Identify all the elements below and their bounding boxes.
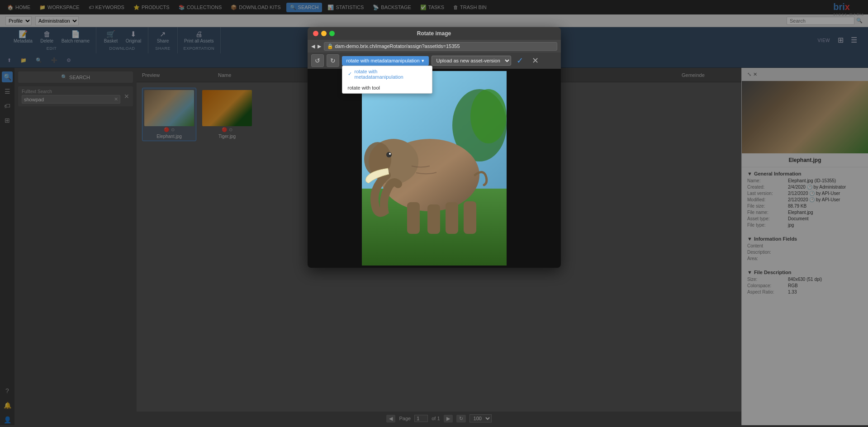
svg-point-8 bbox=[389, 153, 391, 155]
confirm-checkmark-icon: ✓ bbox=[517, 56, 523, 66]
rotate-cw-icon: ↻ bbox=[330, 57, 336, 64]
modal-lock-icon: 🔒 bbox=[327, 43, 333, 49]
modal-confirm-button[interactable]: ✓ bbox=[514, 54, 526, 67]
svg-rect-9 bbox=[407, 202, 420, 234]
rotate-tool-label: rotate with tool bbox=[348, 85, 380, 90]
modal-url-display: 🔒 dam-demo.brix.ch/imageRotator/assign?a… bbox=[324, 42, 557, 51]
svg-rect-12 bbox=[464, 201, 476, 234]
svg-rect-11 bbox=[446, 202, 458, 234]
modal-elephant-image bbox=[362, 71, 507, 266]
modal-overlay[interactable]: Rotate image ◀ ▶ 🔒 dam-demo.brix.ch/imag… bbox=[0, 0, 868, 427]
svg-point-2 bbox=[470, 89, 507, 143]
modal-minimize-traffic-light[interactable] bbox=[321, 31, 327, 36]
svg-point-7 bbox=[386, 152, 392, 157]
rotate-tool-option[interactable]: rotate with tool bbox=[342, 82, 432, 93]
modal-title-text: Rotate image bbox=[417, 30, 451, 37]
chevron-down-modal-icon: ▾ bbox=[422, 58, 424, 64]
rotate-ccw-icon: ↺ bbox=[315, 57, 320, 64]
rotate-mode-btn[interactable]: rotate with metadatamanipulation ▾ bbox=[342, 56, 429, 66]
rotate-mode-options: ✓ rotate with metadatamanipulation rotat… bbox=[342, 66, 432, 94]
modal-toolbar: ↺ ↻ rotate with metadatamanipulation ▾ ✓… bbox=[308, 52, 561, 69]
upload-version-select[interactable]: Upload as new asset-version bbox=[432, 56, 511, 66]
modal-maximize-traffic-light[interactable] bbox=[329, 31, 335, 36]
rotate-mode-dropdown[interactable]: rotate with metadatamanipulation ▾ ✓ rot… bbox=[342, 56, 429, 66]
modal-cancel-button[interactable]: ✕ bbox=[529, 54, 542, 67]
rotate-cw-button[interactable]: ↻ bbox=[327, 54, 339, 67]
rotate-meta-option[interactable]: ✓ rotate with metadatamanipulation bbox=[342, 66, 432, 82]
rotate-mode-label: rotate with metadatamanipulation bbox=[346, 58, 420, 63]
modal-url-text: dam-demo.brix.ch/imageRotator/assign?ass… bbox=[335, 43, 460, 49]
rotate-meta-label: rotate with metadatamanipulation bbox=[355, 69, 427, 80]
modal-image-container bbox=[308, 69, 561, 268]
svg-rect-10 bbox=[427, 204, 440, 234]
modal-titlebar: Rotate image bbox=[308, 27, 561, 40]
rotate-image-modal: Rotate image ◀ ▶ 🔒 dam-demo.brix.ch/imag… bbox=[308, 27, 561, 268]
rotate-ccw-button[interactable]: ↺ bbox=[311, 54, 324, 67]
modal-x-icon: ✕ bbox=[532, 56, 539, 66]
modal-close-traffic-light[interactable] bbox=[313, 31, 318, 36]
modal-forward-icon[interactable]: ▶ bbox=[318, 43, 321, 49]
modal-urlbar: ◀ ▶ 🔒 dam-demo.brix.ch/imageRotator/assi… bbox=[308, 40, 561, 52]
modal-back-icon[interactable]: ◀ bbox=[311, 43, 315, 49]
checkmark-icon: ✓ bbox=[348, 71, 352, 77]
